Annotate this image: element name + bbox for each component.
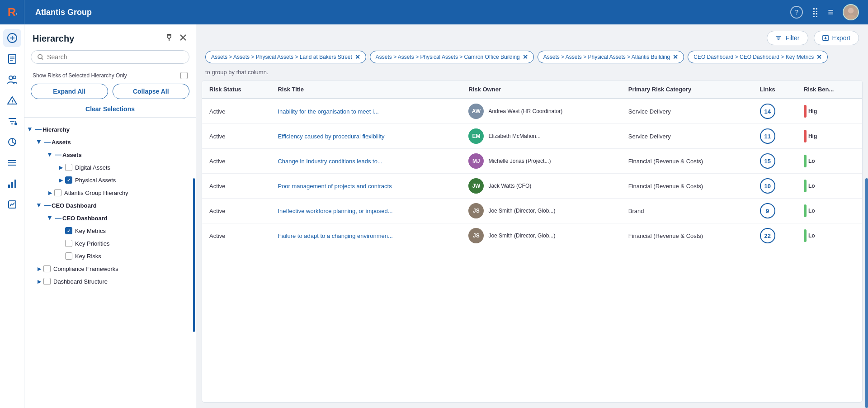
risk-title-link-4[interactable]: Ineffective workforce planning, or impos… [278,208,392,214]
tag-atlantis[interactable]: Assets > Assets > Physical Assets > Atla… [538,51,684,63]
risk-title-link-0[interactable]: Inability for the organisation to meet i… [278,108,378,115]
cell-risk-owner-5: JS Joe Smith (Director, Glob...) [461,223,621,248]
help-icon[interactable]: ? [790,6,803,19]
sidebar-warning-icon[interactable] [3,91,21,109]
sidebar-report-icon[interactable] [3,195,21,213]
risk-title-link-1[interactable]: Efficiency caused by procedural flexibil… [278,133,384,140]
tag-keymetrics-close[interactable]: ✕ [816,53,822,61]
tree-item-key-priorities[interactable]: Key Priorities [24,237,196,250]
sidebar-filter-icon[interactable] [3,112,21,130]
col-risk-band[interactable]: Risk Ben... [797,81,862,99]
tree-label-dashboard-structure: Dashboard Structure [53,278,108,285]
tree-checkbox-key-risks[interactable] [65,252,72,260]
clear-selections-link[interactable]: Clear Selections [24,104,196,117]
group-hint: to group by that column. [196,67,868,80]
tree-checkbox-key-metrics[interactable] [65,227,72,234]
cell-primary-category-3: Financial (Revenue & Costs) [621,174,753,199]
sidebar-list-icon[interactable] [3,154,21,172]
export-button[interactable]: Export [814,31,859,45]
col-risk-status[interactable]: Risk Status [202,81,270,99]
tree-arrow-ceo-dashboard-sub[interactable]: ▶ [46,214,54,222]
user-avatar[interactable] [843,4,859,20]
grid-icon[interactable]: ⣿ [812,7,819,18]
risk-band-5: Lo [804,229,855,242]
tree-item-hierarchy[interactable]: ▶ — Hierarchy [24,123,196,136]
cell-band-0: Hig [797,99,862,124]
pin-button[interactable] [164,33,174,45]
tree-item-key-metrics[interactable]: Key Metrics [24,224,196,237]
close-button[interactable] [179,33,188,44]
search-input[interactable] [47,53,183,61]
tree-arrow-assets-sub[interactable]: ▶ [46,151,54,159]
tree-checkbox-key-priorities[interactable] [65,240,72,247]
hierarchy-panel: Hierarchy Show Risks of Selected Hierarc… [24,24,196,408]
cell-risk-owner-0: AW Andrea West (HR Coordinator) [461,99,621,124]
tree-minus-hierarchy[interactable]: — [34,125,42,133]
tree-item-physical-assets[interactable]: ▶ Physical Assets [24,174,196,186]
tag-bakers-close[interactable]: ✕ [355,53,360,61]
owner-cell-3: JW Jack Watts (CFO) [468,178,613,194]
tree-checkbox-dashboard-structure[interactable] [43,278,51,285]
tree-minus-assets-sub[interactable]: — [54,151,62,159]
tree-arrow-digital-assets[interactable]: ▶ [57,163,65,171]
tree-item-dashboard-structure[interactable]: ▶ Dashboard Structure [24,275,196,288]
tree-arrow-compliance-frameworks[interactable]: ▶ [35,265,43,273]
collapse-all-button[interactable]: Collapse All [113,84,190,99]
risk-title-link-5[interactable]: Failure to adapt to a changing environme… [278,232,392,239]
svg-point-11 [13,76,16,79]
tree-item-assets-top[interactable]: ▶ — Assets [24,136,196,148]
col-risk-title[interactable]: Risk Title [270,81,461,99]
sidebar-add-icon[interactable] [3,29,21,47]
col-primary-category[interactable]: Primary Risk Category [621,81,753,99]
sidebar-people-icon[interactable] [3,71,21,89]
owner-name-5: Joe Smith (Director, Glob...) [488,232,555,239]
risk-title-link-3[interactable]: Poor management of projects and contract… [278,183,392,190]
cell-band-5: Lo [797,223,862,248]
tree-minus-ceo-dashboard-sub[interactable]: — [54,214,62,222]
tree-item-atlantis-hierarchy[interactable]: ▶ Atlantis Group Hierarchy [24,186,196,199]
panel-scrollbar [193,178,195,332]
tag-camron-close[interactable]: ✕ [523,53,528,61]
cell-band-4: Lo [797,199,862,223]
owner-avatar-3: JW [468,178,484,194]
menu-icon[interactable]: ≡ [828,6,834,18]
tree-item-assets-sub[interactable]: ▶ — Assets [24,148,196,161]
tag-bakers[interactable]: Assets > Assets > Physical Assets > Land… [205,51,366,63]
tree-minus-ceo-dashboard[interactable]: — [43,201,52,209]
tree-arrow-physical-assets[interactable]: ▶ [57,176,65,184]
tree-checkbox-digital-assets[interactable] [65,164,72,171]
tag-atlantis-close[interactable]: ✕ [673,53,678,61]
expand-all-button[interactable]: Expand All [31,84,108,99]
cell-band-3: Lo [797,174,862,199]
risk-band-4: Lo [804,204,855,217]
tree-arrow-hierarchy[interactable]: ▶ [26,125,34,133]
sidebar-analytics-icon[interactable] [3,133,21,151]
filter-button[interactable]: Filter [767,31,808,45]
tree-checkbox-atlantis-hierarchy[interactable] [54,189,61,196]
tree-arrow-atlantis-hierarchy[interactable]: ▶ [46,189,54,197]
tree-arrow-ceo-dashboard[interactable]: ▶ [35,201,43,209]
tree-checkbox-compliance-frameworks[interactable] [43,265,51,272]
tag-keymetrics[interactable]: CEO Dashboard > CEO Dashboard > Key Metr… [688,51,828,63]
tree-minus-assets-top[interactable]: — [43,138,52,146]
show-risks-checkbox[interactable] [180,72,188,79]
risk-title-link-2[interactable]: Change in Industry conditions leads to..… [278,158,382,165]
tree-checkbox-physical-assets[interactable] [65,176,72,184]
links-badge-2: 15 [760,153,775,169]
sidebar-chart-icon[interactable] [3,175,21,193]
app-logo[interactable]: R. [0,0,24,24]
tag-camron[interactable]: Assets > Assets > Physical Assets > Camr… [370,51,534,63]
owner-avatar-4: JS [468,203,484,218]
tree-arrow-assets-top[interactable]: ▶ [35,138,43,146]
cell-risk-title-1: Efficiency caused by procedural flexibil… [270,124,461,149]
tree-item-ceo-dashboard[interactable]: ▶ — CEO Dashboard [24,199,196,212]
tree-item-key-risks[interactable]: Key Risks [24,250,196,262]
tree-item-compliance-frameworks[interactable]: ▶ Compliance Frameworks [24,262,196,275]
sidebar-document-icon[interactable] [3,50,21,68]
tree-item-digital-assets[interactable]: ▶ Digital Assets [24,161,196,174]
col-links[interactable]: Links [753,81,797,99]
col-risk-owner[interactable]: Risk Owner [461,81,621,99]
owner-cell-1: EM Elizabeth McMahon... [468,128,613,144]
tree-item-ceo-dashboard-sub[interactable]: ▶ — CEO Dashboard [24,212,196,224]
tree-arrow-dashboard-structure[interactable]: ▶ [35,277,43,285]
